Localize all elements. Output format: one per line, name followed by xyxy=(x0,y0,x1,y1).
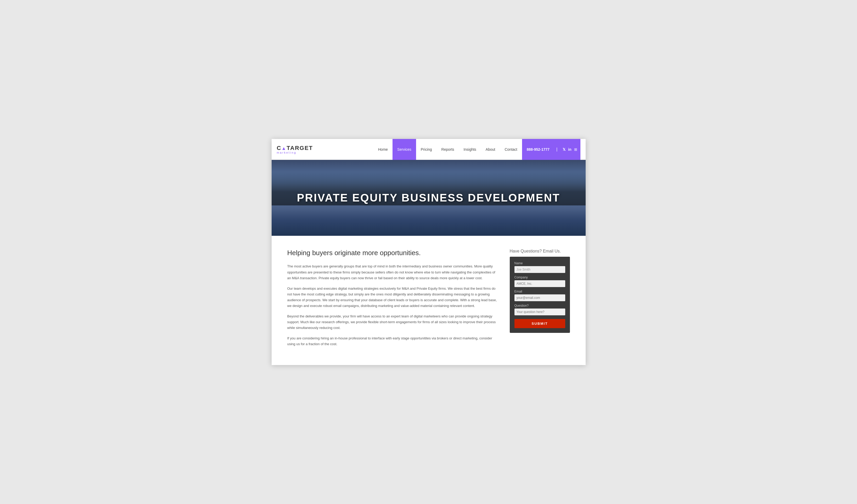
form-box: Name Company Email Question? SUBMIT xyxy=(510,257,570,333)
main-nav: Home Services Pricing Reports Insights A… xyxy=(373,139,581,159)
page-wrapper: C▲TARGET marketing Home Services Pricing… xyxy=(272,139,586,365)
question-label: Question? xyxy=(515,304,565,307)
hero-title: PRIVATE EQUITY BUSINESS DEVELOPMENT xyxy=(297,191,560,204)
nav-social: 𝕏 in ⊞ xyxy=(559,139,580,160)
paragraph-2: Our team develops and executes digital m… xyxy=(287,286,499,309)
hero-section: PRIVATE EQUITY BUSINESS DEVELOPMENT xyxy=(272,160,586,236)
hero-water xyxy=(272,205,586,236)
paragraph-4: If you are considering hiring an in-hous… xyxy=(287,335,499,347)
content-area: Helping buyers originate more opportunit… xyxy=(272,236,586,365)
main-heading: Helping buyers originate more opportunit… xyxy=(287,249,499,257)
nav-insights[interactable]: Insights xyxy=(459,139,481,160)
name-label: Name xyxy=(515,262,565,265)
logo-sub: marketing xyxy=(277,151,313,154)
nav-phone[interactable]: 888-952-1777 xyxy=(522,139,554,160)
question-input[interactable] xyxy=(515,308,565,315)
sidebar-form: Have Questions? Email Us. Name Company E… xyxy=(510,249,570,352)
nav-services[interactable]: Services xyxy=(392,139,416,160)
email-label: Email xyxy=(515,290,565,293)
twitter-icon[interactable]: 𝕏 xyxy=(562,147,566,152)
form-title: Have Questions? Email Us. xyxy=(510,249,570,254)
main-content: Helping buyers originate more opportunit… xyxy=(287,249,499,352)
logo: C▲TARGET marketing xyxy=(277,145,313,154)
company-label: Company xyxy=(515,275,565,279)
company-input[interactable] xyxy=(515,280,565,287)
linkedin-icon[interactable]: in xyxy=(568,147,571,152)
nav-about[interactable]: About xyxy=(481,139,500,160)
submit-button[interactable]: SUBMIT xyxy=(515,319,565,328)
nav-home[interactable]: Home xyxy=(373,139,392,160)
nav-contact[interactable]: Contact xyxy=(500,139,522,160)
rss-icon[interactable]: ⊞ xyxy=(574,147,577,152)
main-body: The most active buyers are generally gro… xyxy=(287,264,499,347)
nav-divider: | xyxy=(554,139,559,160)
header: C▲TARGET marketing Home Services Pricing… xyxy=(272,139,586,160)
nav-reports[interactable]: Reports xyxy=(437,139,459,160)
email-input[interactable] xyxy=(515,295,565,301)
logo-text: C▲TARGET xyxy=(277,145,313,152)
paragraph-3: Beyond the deliverables we provide, your… xyxy=(287,314,499,331)
nav-pricing[interactable]: Pricing xyxy=(416,139,437,160)
paragraph-1: The most active buyers are generally gro… xyxy=(287,264,499,281)
name-input[interactable] xyxy=(515,266,565,273)
